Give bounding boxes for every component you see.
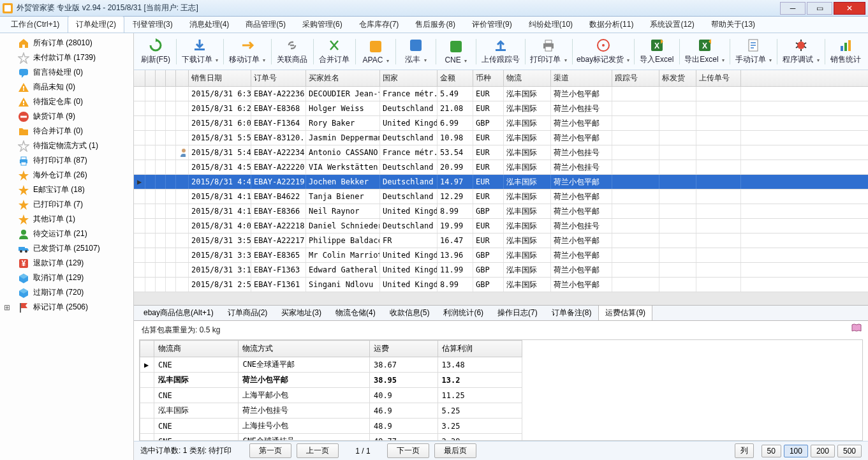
book-icon[interactable] xyxy=(851,323,862,332)
order-row[interactable]: 2015/8/31 6:08EBAY-F1364Rory BakerUnited… xyxy=(134,116,868,131)
toolbar-excelout[interactable]: X导出Excel ▾ xyxy=(684,36,726,66)
order-row[interactable]: ▶2015/8/31 4:46EBAY-A22219Jochen BekkerD… xyxy=(134,175,868,189)
sidebar-item-11[interactable]: 已打印订单 (7) xyxy=(0,197,133,212)
order-row[interactable]: 2015/8/31 4:53EBAY-A22220VIA Werkstätten… xyxy=(134,160,868,175)
toolbar-print[interactable]: 打印订单 ▾ xyxy=(529,36,568,66)
freight-col[interactable]: 物流商 xyxy=(154,341,239,357)
col-header[interactable]: 国家 xyxy=(380,70,438,86)
first-page-button[interactable]: 第一页 xyxy=(249,443,291,458)
order-row[interactable]: 2015/8/31 4:16EBAY-B4622Tanja BienerDeut… xyxy=(134,189,868,204)
page-size-200[interactable]: 200 xyxy=(811,445,835,457)
col-header[interactable]: 币种 xyxy=(473,70,504,86)
main-tab-1[interactable]: 订单处理(2) xyxy=(68,16,124,33)
sidebar-item-7[interactable]: 待指定物流方式 (1) xyxy=(0,138,133,153)
main-tab-11[interactable]: 系统设置(12) xyxy=(642,16,702,33)
sidebar-item-1[interactable]: 未付款订单 (1739) xyxy=(0,50,133,65)
freight-table[interactable]: 物流商物流方式运费估算利润▶CNECNE全球通平邮38.6713.48泓丰国际荷… xyxy=(139,339,863,441)
sidebar-item-17[interactable]: 过期订单 (720) xyxy=(0,285,133,300)
detail-tab-5[interactable]: 利润统计(6) xyxy=(436,305,490,320)
main-tab-7[interactable]: 售后服务(8) xyxy=(407,16,464,33)
order-row[interactable]: 2015/8/31 6:28EBAY-E8368Holger WeissDeut… xyxy=(134,101,868,116)
minimize-button[interactable]: ─ xyxy=(780,2,805,15)
detail-tab-6[interactable]: 操作日志(7) xyxy=(490,305,545,320)
toolbar-hf[interactable]: 泓丰 ▾ xyxy=(400,36,432,66)
detail-tab-0[interactable]: ebay商品信息(Alt+1) xyxy=(136,305,221,320)
col-header[interactable]: 买家姓名 xyxy=(306,70,380,86)
page-size-50[interactable]: 50 xyxy=(761,445,781,457)
order-row[interactable]: 2015/8/31 4:11EBAY-E8366Neil RaynorUnite… xyxy=(134,204,868,219)
order-row[interactable]: 2015/8/31 2:55EBAY-F1361Singani NdlovuUn… xyxy=(134,278,868,292)
freight-col[interactable]: 运费 xyxy=(369,341,438,357)
order-row[interactable]: 2015/8/31 6:37EBAY-A22236DECOUDIER Jean-… xyxy=(134,87,868,101)
main-tab-5[interactable]: 采购管理(6) xyxy=(294,16,351,33)
page-size-500[interactable]: 500 xyxy=(837,445,862,457)
expand-icon[interactable]: ⊞ xyxy=(4,303,10,312)
order-row[interactable]: 2015/8/31 5:47EBAY-A22234Antonio CASSANO… xyxy=(134,145,868,160)
sidebar-item-15[interactable]: ¥退款订单 (129) xyxy=(0,256,133,271)
sidebar-item-0[interactable]: 所有订单 (28010) xyxy=(0,36,133,50)
last-page-button[interactable]: 最后页 xyxy=(434,443,476,458)
detail-tab-2[interactable]: 买家地址(3) xyxy=(274,305,328,320)
sidebar-item-18[interactable]: ⊞标记订单 (2506) xyxy=(0,300,133,315)
detail-tab-7[interactable]: 订单备注(8) xyxy=(545,305,599,320)
toolbar-download[interactable]: 下载订单 ▾ xyxy=(180,36,220,66)
col-header[interactable]: 销售日期 xyxy=(189,70,251,86)
toolbar-cne[interactable]: CNE ▾ xyxy=(440,38,472,66)
freight-row[interactable]: CNE上海平邮小包40.911.25 xyxy=(140,388,522,403)
sidebar-item-6[interactable]: 待合并订单 (0) xyxy=(0,124,133,138)
toolbar-stats[interactable]: 销售统计 xyxy=(828,36,862,66)
freight-col[interactable]: 物流方式 xyxy=(239,341,370,357)
toolbar-debug[interactable]: 程序调试 ▾ xyxy=(781,36,821,66)
order-row[interactable]: 2015/8/31 4:00EBAY-A22218Daniel Schniede… xyxy=(134,219,868,234)
main-tab-3[interactable]: 消息处理(4) xyxy=(181,16,238,33)
orders-grid[interactable]: 销售日期订单号买家姓名国家金额币种物流渠道跟踪号标发货上传单号 2015/8/3… xyxy=(134,70,868,306)
main-tab-8[interactable]: 评价管理(9) xyxy=(464,16,520,33)
main-tab-6[interactable]: 仓库库存(7) xyxy=(351,16,408,33)
next-page-button[interactable]: 下一页 xyxy=(387,443,429,458)
maximize-button[interactable]: ▭ xyxy=(807,2,832,15)
main-tab-12[interactable]: 帮助关于(13) xyxy=(703,16,763,33)
sidebar-item-14[interactable]: 已发货订单 (25107) xyxy=(0,241,133,256)
freight-row[interactable]: CNE上海挂号小包48.93.25 xyxy=(140,419,522,434)
sidebar-item-9[interactable]: 海外仓订单 (26) xyxy=(0,168,133,182)
col-header[interactable]: 标发货 xyxy=(659,70,696,86)
main-tab-10[interactable]: 数据分析(11) xyxy=(581,16,642,33)
col-header[interactable]: 跟踪号 xyxy=(612,70,659,86)
col-header[interactable]: 物流 xyxy=(504,70,551,86)
sidebar-item-13[interactable]: 待交运订单 (21) xyxy=(0,226,133,241)
sidebar-item-10[interactable]: E邮宝订单 (18) xyxy=(0,182,133,197)
detail-tab-4[interactable]: 收款信息(5) xyxy=(383,305,437,320)
order-row[interactable]: 2015/8/31 3:30EBAY-E8365Mr Colin Marriot… xyxy=(134,248,868,263)
order-row[interactable]: 2015/8/31 5:59EBAY-83120...Jasmin Depper… xyxy=(134,131,868,145)
main-tab-9[interactable]: 纠纷处理(10) xyxy=(520,16,581,33)
col-header[interactable]: 订单号 xyxy=(251,70,306,86)
detail-tab-3[interactable]: 物流仓储(4) xyxy=(328,305,383,320)
col-header[interactable]: 金额 xyxy=(438,70,473,86)
freight-row[interactable]: 泓丰国际荷兰小包平邮38.9513.2 xyxy=(140,373,522,388)
toolbar-upload[interactable]: 上传跟踪号 xyxy=(480,36,521,66)
detail-tab-1[interactable]: 订单商品(2) xyxy=(221,305,275,320)
sidebar[interactable]: 所有订单 (28010)未付款订单 (1739)留言待处理 (0)商品未知 (0… xyxy=(0,33,134,460)
sidebar-item-4[interactable]: 待指定仓库 (0) xyxy=(0,94,133,109)
main-tab-4[interactable]: 商品管理(5) xyxy=(237,16,294,33)
detail-tab-8[interactable]: 运费估算(9) xyxy=(598,305,652,320)
freight-row[interactable]: CNECNE全球通挂号49.772.38 xyxy=(140,434,522,441)
main-tab-0[interactable]: 工作台(Ctrl+1) xyxy=(3,16,68,33)
main-tab-2[interactable]: 刊登管理(3) xyxy=(124,16,181,33)
column-button[interactable]: 列 xyxy=(735,443,754,458)
order-row[interactable]: 2015/8/31 3:53EBAY-A22217Philippe Baldac… xyxy=(134,234,868,248)
col-header[interactable]: 上传单号 xyxy=(696,70,741,86)
sidebar-item-2[interactable]: 留言待处理 (0) xyxy=(0,65,133,80)
toolbar-ebay[interactable]: ebay标记发货 ▾ xyxy=(577,36,630,66)
toolbar-move[interactable]: 移动订单 ▾ xyxy=(228,36,267,66)
toolbar-merge[interactable]: 合并订单 xyxy=(318,36,351,66)
close-button[interactable]: ✕ xyxy=(834,2,865,15)
sidebar-item-5[interactable]: 缺货订单 (9) xyxy=(0,109,133,124)
page-size-100[interactable]: 100 xyxy=(784,445,808,457)
sidebar-item-8[interactable]: 待打印订单 (87) xyxy=(0,153,133,168)
toolbar-apac[interactable]: APAC ▾ xyxy=(360,38,392,66)
sidebar-item-16[interactable]: 取消订单 (129) xyxy=(0,271,133,285)
toolbar-excelin[interactable]: X导入Excel xyxy=(638,36,675,66)
freight-row[interactable]: 泓丰国际荷兰小包挂号46.95.25 xyxy=(140,403,522,419)
sidebar-item-3[interactable]: 商品未知 (0) xyxy=(0,80,133,94)
